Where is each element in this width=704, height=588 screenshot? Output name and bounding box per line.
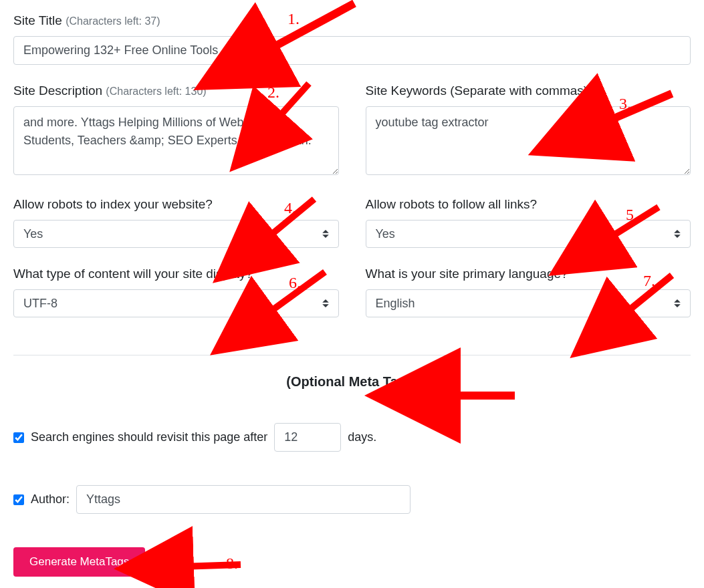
arrow-8 (181, 565, 241, 567)
generate-button[interactable]: Generate MetaTags (13, 547, 145, 577)
site-description-label: Site Description (Characters left: 130) (13, 84, 339, 98)
optional-meta-tags-heading: (Optional Meta Tags) (13, 374, 691, 390)
site-description-input[interactable]: and more. Yttags Helping Millions of Web… (13, 106, 339, 175)
site-title-label: Site Title (Characters left: 37) (13, 13, 691, 28)
content-type-group: What type of content will your site disp… (13, 267, 339, 317)
annotation-8: 8. (226, 555, 238, 573)
language-select[interactable]: English (366, 289, 691, 317)
site-keywords-group: Site Keywords (Separate with commas) you… (366, 84, 691, 178)
revisit-group: Search engines should revisit this page … (13, 423, 691, 452)
revisit-days-input[interactable] (274, 423, 341, 452)
site-description-chars-left: (Characters left: 130) (106, 86, 206, 97)
content-type-select[interactable]: UTF-8 (13, 289, 339, 317)
divider (13, 355, 691, 355)
author-input[interactable] (76, 485, 410, 514)
revisit-checkbox[interactable] (13, 432, 24, 443)
site-keywords-label: Site Keywords (Separate with commas) (366, 84, 691, 98)
robots-index-label: Allow robots to index your website? (13, 197, 339, 212)
robots-index-select[interactable]: Yes (13, 220, 339, 248)
revisit-label-suffix: days. (348, 430, 376, 444)
author-checkbox[interactable] (13, 494, 24, 505)
robots-follow-group: Allow robots to follow all links? Yes (366, 197, 691, 248)
content-type-label: What type of content will your site disp… (13, 267, 339, 281)
robots-index-group: Allow robots to index your website? Yes (13, 197, 339, 248)
revisit-label-prefix: Search engines should revisit this page … (31, 430, 267, 444)
site-title-chars-left: (Characters left: 37) (66, 15, 160, 27)
robots-follow-label: Allow robots to follow all links? (366, 197, 691, 212)
site-title-group: Site Title (Characters left: 37) (13, 13, 691, 65)
language-group: What is your site primary language? Engl… (366, 267, 691, 317)
robots-follow-select[interactable]: Yes (366, 220, 691, 248)
site-title-label-text: Site Title (13, 13, 62, 27)
site-title-input[interactable] (13, 36, 691, 65)
author-label: Author: (31, 492, 70, 506)
site-description-label-text: Site Description (13, 84, 102, 98)
site-keywords-input[interactable]: youtube tag extractor (366, 106, 691, 175)
site-description-group: Site Description (Characters left: 130) … (13, 84, 339, 178)
author-group: Author: (13, 485, 691, 514)
language-label: What is your site primary language? (366, 267, 691, 281)
